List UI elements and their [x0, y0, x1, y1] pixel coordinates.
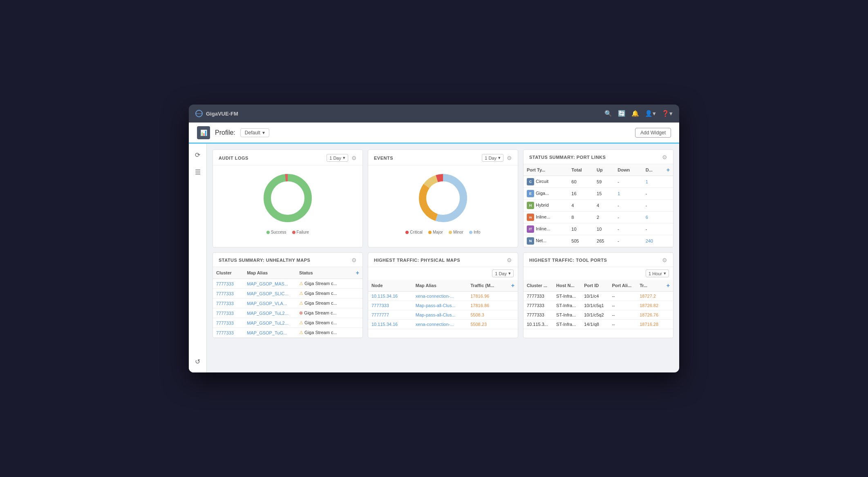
events-settings-icon[interactable]: ⚙ [507, 155, 512, 161]
cell-port-alias: -- [608, 320, 636, 329]
sidebar-icon-share[interactable]: ⟳ [193, 150, 202, 159]
cell-cluster: 10.115.3... [523, 320, 553, 329]
col-status: Status [296, 267, 353, 279]
highest-traffic-tool-header-right: ⚙ [662, 257, 667, 263]
unhealthy-maps-settings-icon[interactable]: ⚙ [351, 257, 357, 263]
cell-map-alias[interactable]: MAP_GSOP_MAS... [244, 279, 296, 289]
tool-traffic-time-select[interactable]: 1 Hour ▾ [646, 270, 669, 277]
audit-logs-settings-icon[interactable]: ⚙ [351, 155, 357, 161]
failure-dot [292, 231, 295, 234]
legend-failure: Failure [292, 230, 309, 234]
cell-map-alias[interactable]: Map-pass-all-Clus... [412, 310, 467, 320]
cell-d[interactable]: 240 [642, 235, 663, 247]
critical-dot [405, 231, 409, 234]
cell-map-alias[interactable]: xena-connection-... [412, 292, 467, 301]
cell-map-alias[interactable]: MAP_GSOP_VLA... [244, 299, 296, 308]
events-header: EVENTS 1 Day ▾ ⚙ [368, 150, 518, 165]
highest-traffic-physical-settings-icon[interactable]: ⚙ [507, 257, 512, 263]
cell-type: ITInline... [523, 223, 568, 235]
audit-logs-time-select[interactable]: 1 Day ▾ [327, 154, 348, 162]
legend-info: Info [469, 230, 481, 234]
cell-cluster: 7777333 [523, 310, 553, 320]
cell-add [663, 310, 673, 320]
cell-status: ⚠ Giga Stream c... [296, 279, 353, 289]
legend-minor: Minor [449, 230, 463, 234]
cell-map-alias[interactable]: MAP_GSOP_TuL2... [244, 318, 296, 328]
col-d: D... [642, 164, 663, 176]
highest-traffic-physical-title: HIGHEST TRAFFIC: PHYSICAL MAPS [374, 258, 460, 263]
search-icon[interactable]: 🔍 [604, 110, 612, 117]
cell-node[interactable]: 7777777 [368, 310, 412, 320]
screen-container: GigaVUE-FM 🔍 🔄 🔔 👤▾ ❓▾ 📊 Profile: Defaul… [189, 105, 679, 372]
cell-add [353, 279, 362, 289]
cell-map-alias[interactable]: Map-pass-all-Clus... [412, 301, 467, 310]
cell-map-alias[interactable]: MAP_GSOP_TuL2... [244, 308, 296, 318]
sidebar-icon-list[interactable]: ☰ [193, 167, 202, 176]
table-row: 10.115.34.16 xena-connection-... 17816.9… [368, 292, 518, 301]
cell-traffic: 18726.82 [636, 301, 663, 310]
tool-chevron-icon: ▾ [664, 271, 666, 276]
table-row: CCircuit 60 59 - 1 [523, 176, 673, 188]
cell-node[interactable]: 7777333 [368, 301, 412, 310]
cell-up: 15 [593, 188, 614, 200]
col-down: Down [614, 164, 642, 176]
col-add[interactable]: + [663, 164, 673, 176]
cell-port-alias: -- [608, 292, 636, 301]
cell-node[interactable]: 10.115.34.16 [368, 292, 412, 301]
top-bar-actions: 🔍 🔄 🔔 👤▾ ❓▾ [604, 110, 673, 117]
table-row: 7777333 MAP_GSOP_VLA... ⚠ Giga Stream c.… [213, 299, 362, 308]
cell-d[interactable]: 1 [642, 176, 663, 188]
cell-cluster[interactable]: 7777333 [213, 279, 244, 289]
col-traffic: Traffic (M... [467, 280, 508, 292]
help-icon[interactable]: ❓▾ [662, 110, 673, 117]
cell-total: 16 [568, 188, 593, 200]
col-add[interactable]: + [353, 267, 362, 279]
sidebar-icon-history[interactable]: ↺ [193, 357, 202, 366]
dropdown-label: Default [245, 130, 260, 136]
cell-cluster[interactable]: 7777333 [213, 299, 244, 308]
cell-cluster[interactable]: 7777333 [213, 318, 244, 328]
events-time-select[interactable]: 1 Day ▾ [482, 154, 503, 162]
add-widget-button[interactable]: Add Widget [635, 128, 671, 138]
user-icon[interactable]: 👤▾ [645, 110, 656, 117]
events-legend: Critical Major Minor [405, 230, 480, 234]
port-links-widget: STATUS SUMMARY: PORT LINKS ⚙ Port Ty... … [523, 149, 673, 247]
svg-point-0 [267, 178, 308, 218]
cell-cluster[interactable]: 7777333 [213, 289, 244, 299]
cell-add [353, 308, 362, 318]
cell-cluster[interactable]: 7777333 [213, 308, 244, 318]
cell-node[interactable]: 10.115.34.16 [368, 320, 412, 329]
badge-c: C [527, 178, 534, 185]
highest-traffic-tool-settings-icon[interactable]: ⚙ [662, 257, 667, 263]
events-chevron-icon: ▾ [498, 155, 501, 160]
cell-type: HHybrid [523, 200, 568, 212]
physical-traffic-time-select[interactable]: 1 Day ▾ [492, 270, 514, 277]
cell-host: ST-Infra... [553, 310, 581, 320]
col-add[interactable]: + [663, 280, 673, 292]
profile-dropdown[interactable]: Default ▾ [240, 128, 269, 137]
col-add[interactable]: + [508, 280, 518, 292]
badge-n: N [527, 237, 534, 245]
unhealthy-maps-header-right: ⚙ [351, 257, 357, 263]
cell-up: 265 [593, 235, 614, 247]
failure-label: Failure [297, 230, 309, 234]
cell-add [508, 310, 518, 320]
cell-map-alias[interactable]: MAP_GSOP_TuG... [244, 328, 296, 338]
events-widget: EVENTS 1 Day ▾ ⚙ [368, 149, 518, 247]
port-links-settings-icon[interactable]: ⚙ [662, 154, 667, 160]
profile-icon: 📊 [197, 126, 210, 139]
badge-it: IT [527, 225, 534, 233]
cell-host: ST-Infra... [553, 301, 581, 310]
cell-down[interactable]: 1 [614, 188, 642, 200]
unhealthy-maps-title: STATUS SUMMARY: UNHEALTHY MAPS [219, 258, 310, 263]
table-row: 7777777 Map-pass-all-Clus... 5508.3 [368, 310, 518, 320]
col-up: Up [593, 164, 614, 176]
cell-map-alias[interactable]: MAP_GSOP_SLIC... [244, 289, 296, 299]
info-label: Info [474, 230, 481, 234]
bell-icon[interactable]: 🔔 [631, 110, 639, 117]
cell-d[interactable]: 6 [642, 212, 663, 223]
cell-cluster[interactable]: 7777333 [213, 328, 244, 338]
refresh-icon[interactable]: 🔄 [618, 110, 626, 117]
cell-map-alias[interactable]: xena-connection-... [412, 320, 467, 329]
cell-up: 59 [593, 176, 614, 188]
